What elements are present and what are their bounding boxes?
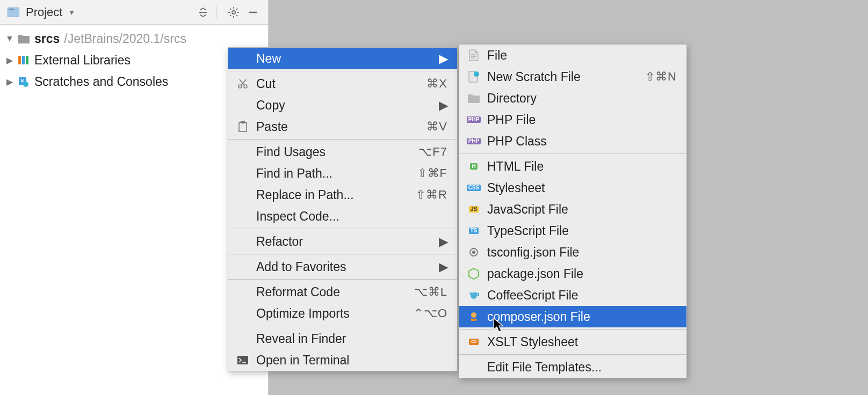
menu-item-reformat-code[interactable]: Reformat Code ⌥⌘L xyxy=(228,281,457,303)
menu-item-package-json-file[interactable]: package.json File xyxy=(459,263,686,284)
menu-separator xyxy=(228,254,457,254)
svg-point-19 xyxy=(472,251,475,254)
project-icon xyxy=(8,7,20,18)
menu-item-find-in-path[interactable]: Find in Path... ⇧⌘F xyxy=(228,163,457,184)
libraries-icon xyxy=(16,54,31,67)
minimize-icon[interactable] xyxy=(245,5,261,20)
context-menu: New ▶ Cut ⌘X Copy ▶ Paste ⌘V Find Usages… xyxy=(228,47,458,371)
menu-separator xyxy=(228,279,457,280)
divider xyxy=(216,6,216,18)
css-icon: CSS xyxy=(466,181,482,194)
menu-separator xyxy=(228,229,457,229)
node-icon xyxy=(466,267,482,280)
menu-item-file[interactable]: File xyxy=(459,45,686,66)
scratch-file-icon xyxy=(466,70,482,83)
gear-icon[interactable] xyxy=(226,5,241,20)
blank-icon xyxy=(235,99,251,112)
php-icon: PHP xyxy=(466,135,482,148)
svg-rect-4 xyxy=(18,56,21,64)
cut-icon xyxy=(235,77,251,90)
menu-item-find-usages[interactable]: Find Usages ⌥F7 xyxy=(228,141,457,163)
chevron-right-icon[interactable]: ▶ xyxy=(3,55,16,65)
chevron-right-icon: ▶ xyxy=(439,52,447,66)
svg-point-21 xyxy=(471,312,476,318)
tree-root-label: srcs xyxy=(34,32,60,46)
svg-point-17 xyxy=(474,71,479,77)
composer-icon xyxy=(466,310,482,323)
menu-item-cut[interactable]: Cut ⌘X xyxy=(228,73,457,94)
html-icon: H xyxy=(466,160,482,173)
svg-marker-20 xyxy=(469,268,479,279)
svg-rect-1 xyxy=(9,9,14,10)
menu-item-replace-in-path[interactable]: Replace in Path... ⇧⌘R xyxy=(228,184,457,206)
blank-icon xyxy=(235,52,251,65)
panel-header: Project ▼ xyxy=(0,0,268,25)
file-icon xyxy=(466,49,482,62)
svg-point-8 xyxy=(23,82,28,87)
svg-rect-6 xyxy=(26,56,28,64)
chevron-right-icon: ▶ xyxy=(439,98,447,113)
menu-item-edit-file-templates[interactable]: Edit File Templates... xyxy=(459,356,686,378)
menu-separator xyxy=(459,329,686,330)
menu-separator xyxy=(228,71,457,71)
menu-separator xyxy=(459,153,686,154)
menu-item-open-in-terminal[interactable]: Open in Terminal xyxy=(228,349,457,371)
js-icon: JS xyxy=(466,203,482,216)
tsconfig-icon xyxy=(466,246,482,259)
tree-ext-lib-label: External Libraries xyxy=(34,53,131,68)
new-submenu: File New Scratch File ⇧⌘N Directory PHP … xyxy=(459,44,687,378)
menu-item-copy[interactable]: Copy ▶ xyxy=(228,94,457,116)
collapse-icon[interactable] xyxy=(196,5,211,20)
chevron-right-icon[interactable]: ▶ xyxy=(3,77,16,87)
folder-icon xyxy=(16,32,31,45)
chevron-down-icon[interactable]: ▼ xyxy=(68,8,75,17)
tree-scratches-label: Scratches and Consoles xyxy=(34,75,168,89)
chevron-right-icon: ▶ xyxy=(439,235,447,249)
menu-item-javascript-file[interactable]: JS JavaScript File xyxy=(459,199,686,220)
svg-rect-11 xyxy=(239,122,247,131)
menu-separator xyxy=(228,139,457,140)
menu-item-optimize-imports[interactable]: Optimize Imports ⌃⌥O xyxy=(228,303,457,324)
menu-item-reveal-in-finder[interactable]: Reveal in Finder xyxy=(228,328,457,349)
panel-title[interactable]: Project xyxy=(26,5,62,19)
coffee-icon xyxy=(466,289,482,302)
svg-rect-5 xyxy=(22,56,25,64)
menu-item-tsconfig-file[interactable]: tsconfig.json File xyxy=(459,242,686,263)
xslt-icon: <> xyxy=(466,335,482,348)
folder-icon xyxy=(466,92,482,105)
chevron-right-icon: ▶ xyxy=(439,260,447,274)
svg-rect-12 xyxy=(241,121,245,123)
menu-item-directory[interactable]: Directory xyxy=(459,87,686,109)
menu-item-new[interactable]: New ▶ xyxy=(228,48,457,69)
menu-item-coffeescript-file[interactable]: CoffeeScript File xyxy=(459,284,686,306)
menu-item-stylesheet[interactable]: CSS Stylesheet xyxy=(459,177,686,199)
php-icon: PHP xyxy=(466,113,482,126)
terminal-icon xyxy=(235,354,251,367)
menu-separator xyxy=(459,354,686,355)
menu-separator xyxy=(228,326,457,326)
menu-item-composer-json-file[interactable]: composer.json File xyxy=(459,306,686,327)
menu-item-xslt-stylesheet[interactable]: <> XSLT Stylesheet xyxy=(459,331,686,353)
menu-item-scratch-file[interactable]: New Scratch File ⇧⌘N xyxy=(459,66,686,87)
menu-item-php-file[interactable]: PHP PHP File xyxy=(459,109,686,130)
tree-root[interactable]: ▼ srcs /JetBrains/2020.1/srcs xyxy=(0,28,268,49)
scratches-icon xyxy=(16,75,31,88)
menu-item-inspect-code[interactable]: Inspect Code... xyxy=(228,206,457,227)
menu-item-php-class[interactable]: PHP PHP Class xyxy=(459,130,686,152)
svg-point-2 xyxy=(232,11,235,14)
menu-item-add-to-favorites[interactable]: Add to Favorites ▶ xyxy=(228,256,457,277)
menu-item-html-file[interactable]: H HTML File xyxy=(459,156,686,177)
menu-item-typescript-file[interactable]: TS TypeScript File xyxy=(459,220,686,242)
svg-rect-13 xyxy=(237,356,248,364)
menu-item-paste[interactable]: Paste ⌘V xyxy=(228,116,457,137)
menu-item-refactor[interactable]: Refactor ▶ xyxy=(228,231,457,252)
paste-icon xyxy=(235,120,251,133)
ts-icon: TS xyxy=(466,224,482,237)
tree-root-path: /JetBrains/2020.1/srcs xyxy=(64,32,186,46)
chevron-down-icon[interactable]: ▼ xyxy=(3,34,16,43)
